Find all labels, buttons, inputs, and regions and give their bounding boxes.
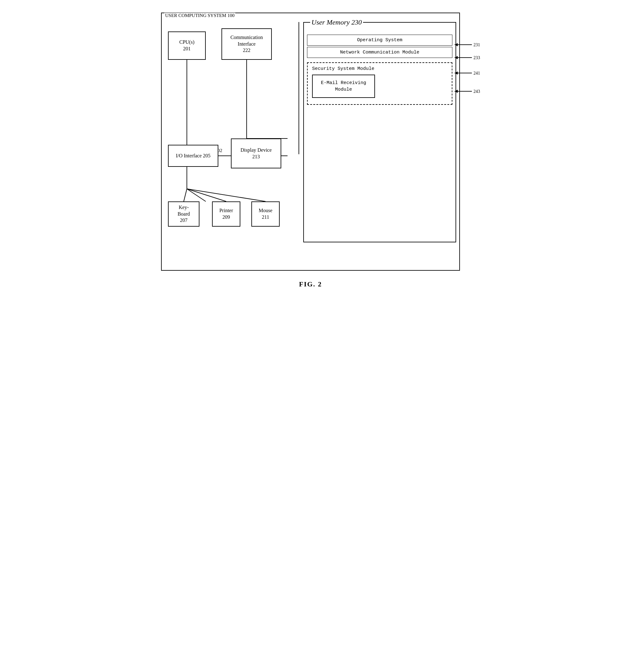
comm-line3: 222 — [243, 47, 250, 54]
cpu-line1: CPU(s) — [179, 39, 195, 46]
svg-text:231: 231 — [473, 42, 480, 47]
svg-line-7 — [187, 189, 206, 201]
keyboard-line3: 207 — [180, 217, 188, 224]
display-line2: 213 — [252, 154, 260, 160]
svg-text:243: 243 — [473, 89, 480, 94]
diagram-wrapper: USER COMPUTING SYSTEM 100 — [161, 12, 460, 288]
comm-line1: Communication — [230, 34, 263, 41]
printer-line2: 209 — [222, 214, 230, 221]
display-device-box: Display Device 213 — [231, 139, 281, 168]
svg-marker-12 — [455, 43, 458, 46]
ncm-module-row: Network Communication Module — [307, 47, 452, 58]
security-module: Security System Module E-Mail Receiving … — [307, 62, 452, 105]
keyboard-box: Key- Board 207 — [168, 201, 200, 227]
svg-marker-15 — [455, 56, 458, 59]
email-receiving-box: E-Mail Receiving Module — [312, 75, 375, 98]
svg-marker-18 — [455, 72, 458, 75]
bus-connection-svg — [296, 22, 301, 180]
figure-label: FIG. 2 — [299, 280, 322, 288]
svg-line-6 — [184, 189, 187, 201]
annotation-arrows-svg: 231 233 241 243 — [455, 22, 483, 242]
ncm-text: Network Communication Module — [340, 50, 419, 55]
comm-line2: Interface — [238, 41, 256, 47]
printer-box: Printer 209 — [212, 201, 240, 227]
svg-line-8 — [187, 189, 226, 201]
keyboard-line1: Key- — [179, 204, 189, 211]
svg-line-9 — [187, 189, 265, 201]
security-label: Security System Module — [312, 66, 447, 72]
cpu-line2: 201 — [183, 46, 191, 52]
io-text: I/O Interface 205 — [176, 153, 210, 159]
svg-text:241: 241 — [473, 71, 480, 76]
email-line1: E-Mail Receiving — [321, 80, 366, 86]
left-panel: CPU(s) 201 Communication Interface 222 2… — [165, 22, 300, 261]
memory-box: User Memory 230 Operating System Network… — [303, 22, 456, 242]
mouse-line1: Mouse — [259, 207, 273, 214]
printer-line1: Printer — [219, 207, 233, 214]
mouse-box: Mouse 211 — [251, 201, 280, 227]
os-text: Operating System — [357, 37, 402, 43]
svg-text:233: 233 — [473, 55, 480, 60]
io-interface-box: I/O Interface 205 — [168, 145, 218, 167]
svg-marker-21 — [455, 90, 458, 93]
system-label: USER COMPUTING SYSTEM 100 — [164, 13, 235, 18]
display-line1: Display Device — [240, 147, 272, 154]
cpu-box: CPU(s) 201 — [168, 32, 206, 60]
keyboard-line2: Board — [177, 211, 190, 218]
comm-interface-box: Communication Interface 222 — [221, 28, 272, 60]
mouse-line2: 211 — [262, 214, 269, 221]
os-module-row: Operating System — [307, 35, 452, 46]
email-line2: Module — [335, 87, 352, 92]
memory-label: User Memory 230 — [310, 18, 363, 27]
outer-system-box: USER COMPUTING SYSTEM 100 — [161, 12, 460, 271]
